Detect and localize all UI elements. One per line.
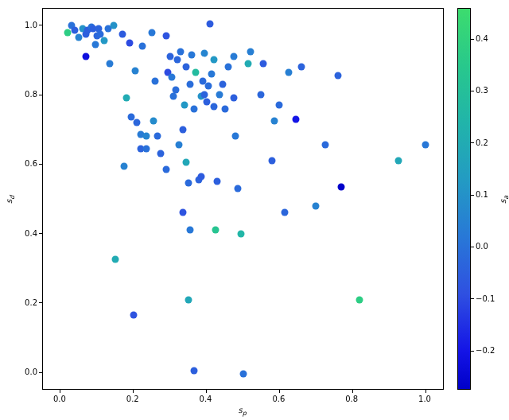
colorbar-tick-label: 0.3 <box>476 86 488 95</box>
scatter-point <box>259 60 266 67</box>
scatter-point <box>142 133 150 140</box>
x-tick-label: 0.0 <box>53 395 66 403</box>
scatter-point <box>186 227 193 234</box>
scatter-point <box>269 158 276 165</box>
scatter-point <box>106 60 113 67</box>
scatter-point <box>177 48 185 55</box>
y-tick <box>39 302 42 303</box>
scatter-point <box>183 64 190 71</box>
scatter-point <box>172 86 179 93</box>
scatter-point <box>338 183 345 190</box>
scatter-point <box>121 162 128 169</box>
scatter-point <box>210 56 217 64</box>
scatter-point <box>245 60 252 67</box>
y-tick-label: 1.0 <box>18 21 37 29</box>
scatter-point <box>258 91 265 99</box>
scatter-point <box>234 185 241 192</box>
scatter-point <box>201 49 208 56</box>
scatter-point <box>168 74 175 81</box>
y-tick-label: 0.6 <box>18 159 37 168</box>
colorbar-tick-label: 0.4 <box>476 34 488 43</box>
scatter-point <box>126 39 134 46</box>
figure: 0.00.20.40.60.81.00.00.20.40.60.81.0spsd… <box>0 0 509 420</box>
colorbar-gradient <box>458 9 470 389</box>
x-tick <box>352 390 353 393</box>
scatter-point <box>297 64 305 71</box>
scatter-point <box>130 312 137 319</box>
scatter-point <box>163 165 170 173</box>
scatter-point <box>210 103 217 111</box>
y-tick-label: 0.4 <box>18 229 37 238</box>
scatter-point <box>239 371 247 378</box>
scatter-point <box>276 102 283 109</box>
colorbar-tick <box>471 247 474 247</box>
colorbar <box>457 8 471 390</box>
scatter-point <box>179 209 186 216</box>
x-tick-label: 0.2 <box>126 395 139 403</box>
scatter-point <box>285 68 292 76</box>
colorbar-axis-label: sa <box>499 196 509 204</box>
scatter-point <box>356 296 363 303</box>
scatter-point <box>150 117 157 124</box>
scatter-point <box>72 27 79 34</box>
y-tick <box>39 95 42 95</box>
scatter-point <box>321 142 328 149</box>
colorbar-tick <box>471 195 474 196</box>
y-tick <box>39 25 42 25</box>
scatter-point <box>201 91 208 99</box>
scatter-point <box>186 81 193 88</box>
scatter-point <box>148 29 155 36</box>
scatter-point <box>170 93 177 100</box>
x-tick-label: 0.8 <box>345 395 358 403</box>
scatter-point <box>91 41 99 48</box>
colorbar-tick <box>471 298 474 299</box>
scatter-point <box>110 21 117 29</box>
y-tick <box>39 372 42 373</box>
y-tick-label: 0.2 <box>18 298 37 307</box>
scatter-point <box>179 126 186 133</box>
scatter-point <box>293 115 300 122</box>
scatter-point <box>238 230 245 237</box>
colorbar-tick-label: 0.0 <box>476 242 488 251</box>
scatter-point <box>134 119 141 126</box>
scatter-point <box>204 83 212 90</box>
scatter-point <box>190 368 197 375</box>
scatter-point <box>152 77 159 84</box>
scatter-point <box>282 209 289 216</box>
scatter-point <box>83 53 90 60</box>
scatter-point <box>119 30 126 37</box>
x-tick-label: 0.4 <box>200 395 212 403</box>
y-tick-label: 0.8 <box>18 90 37 99</box>
scatter-point <box>334 72 341 80</box>
colorbar-tick <box>471 351 474 352</box>
scatter-point <box>166 53 173 60</box>
scatter-axes <box>42 8 444 390</box>
scatter-point <box>220 81 227 88</box>
x-tick-label: 1.0 <box>418 395 431 403</box>
scatter-point <box>232 133 239 140</box>
x-tick <box>279 390 280 393</box>
colorbar-tick <box>471 91 474 91</box>
colorbar-tick <box>471 39 474 40</box>
scatter-point <box>212 227 220 234</box>
scatter-point <box>183 159 190 166</box>
scatter-point <box>142 145 150 152</box>
scatter-point <box>188 51 196 58</box>
scatter-point <box>153 133 161 140</box>
scatter-point <box>97 30 104 37</box>
scatter-point <box>231 95 238 102</box>
y-axis-label: sd <box>5 196 16 204</box>
scatter-point <box>394 158 402 165</box>
scatter-point <box>221 105 228 112</box>
scatter-point <box>247 48 254 55</box>
scatter-point <box>122 95 130 102</box>
colorbar-tick-label: 0.1 <box>476 190 488 199</box>
scatter-point <box>176 142 183 149</box>
scatter-point <box>157 150 165 158</box>
scatter-point <box>231 53 238 60</box>
scatter-point <box>214 178 221 185</box>
x-tick <box>133 390 134 393</box>
scatter-point <box>163 32 170 39</box>
scatter-point <box>139 43 146 50</box>
scatter-point <box>313 202 320 209</box>
